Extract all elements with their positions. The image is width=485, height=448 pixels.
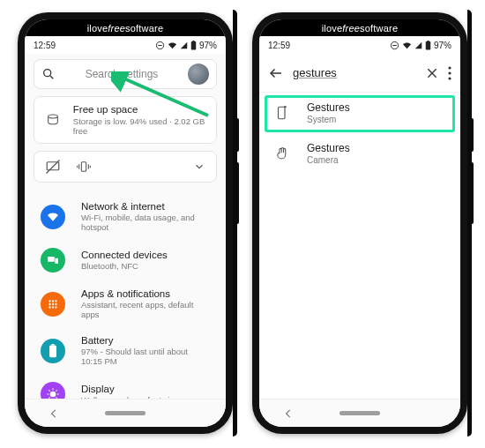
svg-point-27 [50, 392, 56, 398]
profile-avatar[interactable] [188, 63, 209, 85]
devices-circle-icon [41, 248, 65, 273]
settings-item-display[interactable]: Display Wallpaper, sleep, font size [25, 374, 226, 399]
vibrate-icon [77, 160, 91, 174]
svg-line-34 [48, 397, 49, 398]
status-bar: 12:59 97% [259, 36, 460, 54]
volume-button [470, 162, 474, 224]
gesture-hand-icon [272, 146, 293, 161]
search-query-text[interactable]: gestures [293, 66, 416, 79]
wifi-icon [402, 41, 412, 50]
status-icons: 97% [390, 41, 451, 50]
svg-line-32 [48, 390, 49, 391]
svg-rect-39 [426, 41, 431, 49]
result-gestures-camera[interactable]: Gestures Camera [259, 133, 460, 174]
svg-point-17 [52, 300, 54, 302]
settings-list: Network & internet Wi-Fi, mobile, data u… [25, 190, 226, 399]
battery-percent: 97% [199, 41, 217, 50]
settings-item-battery[interactable]: Battery 97% - Should last until about 10… [25, 327, 226, 374]
search-results-content: gestures Gestures System [259, 54, 460, 399]
svg-rect-3 [192, 41, 194, 41]
result-gestures-system[interactable]: Gestures System [259, 93, 460, 133]
svg-line-33 [56, 397, 56, 398]
screen-left: ilovefreesoftware 12:59 97% Search setti… [25, 19, 226, 427]
apps-circle-icon [41, 292, 65, 317]
svg-point-23 [52, 306, 54, 308]
battery-percent: 97% [434, 41, 451, 50]
search-placeholder: Search settings [64, 68, 179, 80]
dnd-icon [390, 41, 399, 50]
signal-icon [180, 41, 188, 50]
status-bar: 12:59 97% [25, 36, 226, 54]
svg-point-19 [48, 302, 50, 304]
svg-rect-40 [427, 41, 429, 41]
settings-content: Search settings Free up space Storage is… [25, 54, 226, 399]
svg-rect-47 [279, 107, 286, 119]
settings-item-apps[interactable]: Apps & notifications Assistant, recent a… [25, 280, 226, 327]
power-button [235, 118, 239, 152]
signal-icon [414, 41, 422, 50]
chevron-down-icon [193, 161, 205, 173]
svg-rect-26 [51, 344, 54, 346]
search-icon [41, 67, 56, 81]
svg-point-46 [448, 77, 451, 79]
svg-point-44 [448, 66, 451, 69]
android-navbar [259, 399, 460, 427]
wifi-icon [168, 41, 177, 50]
battery-icon [425, 41, 431, 50]
status-time: 12:59 [34, 41, 56, 50]
brand-bar: ilovefreesoftware [259, 19, 460, 36]
svg-point-6 [48, 115, 58, 118]
gesture-phone-icon [272, 105, 293, 121]
cast-off-icon [45, 159, 61, 175]
clear-icon[interactable] [425, 66, 439, 80]
svg-point-18 [55, 300, 56, 302]
back-arrow-icon[interactable] [268, 65, 284, 81]
svg-point-21 [55, 302, 56, 304]
status-icons: 97% [155, 41, 217, 50]
svg-line-5 [50, 76, 53, 78]
svg-point-20 [52, 302, 54, 304]
free-up-space-card[interactable]: Free up space Storage is low. 94% used ·… [34, 96, 217, 144]
svg-rect-14 [48, 257, 55, 262]
search-settings-bar[interactable]: Search settings [34, 59, 217, 89]
search-header: gestures [259, 54, 460, 93]
phone-frame-right: ilovefreesoftware 12:59 97% gestures [252, 12, 467, 434]
volume-button [235, 162, 239, 224]
nav-back-icon[interactable] [48, 407, 60, 420]
quick-toggle-card[interactable] [34, 151, 217, 183]
svg-point-45 [448, 71, 451, 74]
battery-icon [190, 41, 197, 50]
svg-rect-2 [191, 41, 197, 49]
svg-rect-15 [55, 258, 58, 264]
svg-point-24 [55, 306, 56, 308]
svg-line-35 [56, 390, 56, 391]
brand-bar: ilovefreesoftware [25, 19, 226, 36]
nav-home-pill[interactable] [340, 411, 380, 415]
display-circle-icon [41, 382, 65, 399]
power-button [470, 118, 474, 152]
overflow-menu-icon[interactable] [448, 66, 451, 80]
svg-point-16 [48, 300, 50, 302]
screen-right: ilovefreesoftware 12:59 97% gestures [259, 19, 460, 427]
dnd-icon [155, 41, 165, 50]
status-time: 12:59 [268, 41, 290, 50]
phone-frame-left: ilovefreesoftware 12:59 97% Search setti… [18, 12, 233, 434]
wifi-circle-icon [41, 205, 65, 229]
storage-icon [45, 113, 61, 127]
svg-rect-25 [49, 345, 56, 357]
battery-circle-icon [41, 339, 65, 363]
svg-point-22 [48, 306, 50, 308]
android-navbar [25, 399, 226, 427]
nav-home-pill[interactable] [105, 411, 146, 415]
svg-rect-9 [81, 162, 86, 172]
free-space-title: Free up space [73, 104, 205, 115]
settings-item-network[interactable]: Network & internet Wi-Fi, mobile, data u… [25, 193, 226, 240]
free-space-sub: Storage is low. 94% used · 2.02 GB free [73, 116, 205, 136]
settings-item-connected[interactable]: Connected devices Bluetooth, NFC [25, 240, 226, 280]
svg-point-4 [44, 70, 51, 77]
nav-back-icon[interactable] [282, 407, 295, 420]
